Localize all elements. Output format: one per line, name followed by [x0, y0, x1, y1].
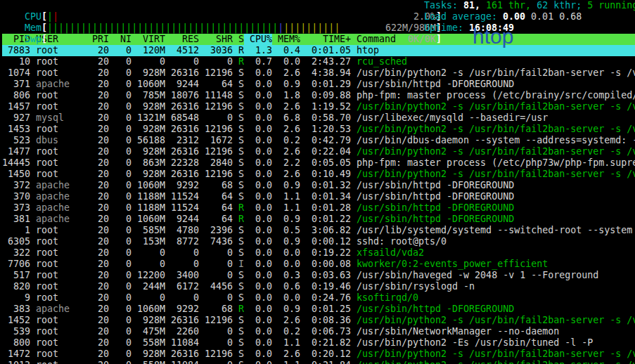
process-row[interactable]: 7883root200120M45123036R1.30.40:01.05hto…: [2, 45, 635, 56]
cell-pri: 20: [86, 304, 109, 315]
cell-res: 9292: [165, 304, 199, 315]
cell-time: 0:19.22: [300, 247, 351, 259]
process-row[interactable]: 517root2001220034000S0.00.30:03.63/usr/s…: [2, 270, 635, 281]
cell-pri: 20: [86, 337, 109, 349]
cell-pri: 20: [86, 236, 109, 247]
cell-res: 11524: [165, 191, 199, 202]
cell-cmd: php-fpm: master process (/etc/brainy/src…: [351, 90, 635, 101]
process-row[interactable]: 14445root200863M223282840S0.02.20:05.05p…: [2, 157, 635, 169]
cell-res: 9244: [165, 79, 199, 90]
process-row[interactable]: 806root200785M1807611148S0.01.80:09.88ph…: [2, 90, 635, 101]
cell-s: S: [233, 292, 244, 304]
cell-pri: 20: [86, 349, 109, 360]
cell-virt: 585M: [132, 225, 165, 236]
process-row[interactable]: 1472root200928M2631612196S0.02.60:20.12/…: [2, 349, 635, 360]
cell-cpu: 0.0: [244, 281, 272, 292]
cell-pri: 20: [86, 101, 109, 112]
cell-pid: 1013: [2, 360, 30, 364]
cell-cmd: /usr/sbin/rsyslogd -n: [351, 281, 635, 292]
cell-ni: 0: [109, 270, 132, 281]
process-row[interactable]: 381apache2001060M924464R0.00.90:01.22/us…: [2, 214, 635, 225]
cell-virt: 0: [132, 247, 165, 259]
cell-mem: 0.3: [272, 270, 300, 281]
cell-pri: 20: [86, 45, 109, 56]
process-row[interactable]: 6305root200153M87727436S0.00.90:00.12ssh…: [2, 236, 635, 247]
process-row[interactable]: 523dbus2005618823121672S0.00.20:42.79/us…: [2, 135, 635, 146]
process-row[interactable]: 1013root200558M110840S0.01.10:21.84/usr/…: [2, 360, 635, 364]
cell-pid: 1472: [2, 349, 30, 360]
watermark-htop: htop: [473, 31, 513, 42]
cell-res: 3400: [165, 270, 199, 281]
cell-pid: 373: [2, 202, 30, 214]
cell-pid: 517: [2, 270, 30, 281]
cell-mem: 0.0: [272, 292, 300, 304]
cell-res: 11524: [165, 202, 199, 214]
cell-ni: 0: [109, 349, 132, 360]
cell-virt: 120M: [132, 45, 165, 56]
process-row[interactable]: 1457root200928M2631612196S0.02.61:19.52/…: [2, 101, 635, 112]
cell-res: 11084: [165, 360, 199, 364]
cell-shr: 12196: [199, 146, 233, 157]
cell-res: 26316: [165, 124, 199, 135]
cell-cpu: 0.0: [244, 157, 272, 169]
cell-s: S: [233, 270, 244, 281]
cell-cmd: /usr/lib/systemd/systemd --switched-root…: [351, 225, 635, 236]
process-row[interactable]: 322root200000S0.00.00:19.22xfsaild/vda2: [2, 247, 635, 259]
cell-user: root: [30, 101, 86, 112]
process-row[interactable]: 539root200475M22600S0.00.20:06.73/usr/sb…: [2, 326, 635, 337]
cell-time: 0:00.12: [300, 236, 351, 247]
process-row[interactable]: 1074root200928M2631612196S0.02.64:38.94/…: [2, 67, 635, 79]
process-row[interactable]: 7706root200000I0.00.00:00.08kworker/0:2-…: [2, 259, 635, 270]
process-row[interactable]: 927mysql2001321M685480S0.06.80:58.70/usr…: [2, 112, 635, 124]
process-row[interactable]: 1453root200928M2631612196S0.02.61:20.53/…: [2, 124, 635, 135]
cell-time: 0:01.05: [300, 45, 351, 56]
cell-s: S: [233, 191, 244, 202]
process-row[interactable]: 1477root200928M2631612196S0.02.60:22.04/…: [2, 146, 635, 157]
cell-user: root: [30, 349, 86, 360]
cell-pid: 1453: [2, 124, 30, 135]
cell-pid: 1450: [2, 169, 30, 180]
process-row[interactable]: 9root200000S0.00.00:24.76ksoftirqd/0: [2, 292, 635, 304]
process-row[interactable]: 370apache2001188M1152464S0.01.10:01.34/u…: [2, 191, 635, 202]
cell-pid: 1: [2, 225, 30, 236]
cell-mem: 1.8: [272, 90, 300, 101]
cell-cpu: 0.0: [244, 225, 272, 236]
cell-cmd: ksoftirqd/0: [351, 292, 635, 304]
cell-user: apache: [30, 180, 86, 191]
cell-pid: 806: [2, 90, 30, 101]
cell-pri: 20: [86, 247, 109, 259]
cell-user: root: [30, 247, 86, 259]
cell-time: 3:06.82: [300, 225, 351, 236]
cell-cpu: 0.0: [244, 236, 272, 247]
process-row[interactable]: 372apache2001060M929268S0.00.90:01.32/us…: [2, 180, 635, 191]
process-row[interactable]: 820root200244M61724456S0.00.60:19.46/usr…: [2, 281, 635, 292]
cell-shr: 0: [199, 337, 233, 349]
process-row[interactable]: 1450root200928M2631612196S0.02.60:10.49/…: [2, 169, 635, 180]
process-row[interactable]: 1452root200928M2631612196S0.02.60:08.36/…: [2, 315, 635, 326]
cell-res: 9244: [165, 214, 199, 225]
cell-mem: 0.0: [272, 56, 300, 67]
process-row[interactable]: 371apache2001060M924464S0.00.90:01.29/us…: [2, 79, 635, 90]
cell-cpu: 0.0: [244, 360, 272, 364]
process-row[interactable]: 1root200585M47802396S0.00.53:06.82/usr/l…: [2, 225, 635, 236]
process-row[interactable]: 800root200558M110840S0.01.10:21.82/usr/b…: [2, 337, 635, 349]
cell-mem: 2.6: [272, 146, 300, 157]
cell-ni: 0: [109, 225, 132, 236]
cell-s: S: [233, 135, 244, 146]
cell-pri: 20: [86, 180, 109, 191]
cell-s: R: [233, 56, 244, 67]
process-row[interactable]: 383apache2001060M929268R0.00.90:01.25/us…: [2, 304, 635, 315]
cell-cpu: 0.0: [244, 90, 272, 101]
cell-s: R: [233, 202, 244, 214]
process-row[interactable]: 10root200000R0.70.02:43.27rcu_sched: [2, 56, 635, 67]
cell-shr: 2840: [199, 157, 233, 169]
cell-time: 0:09.88: [300, 90, 351, 101]
process-row[interactable]: 373apache2001188M1152464R0.01.10:01.28/u…: [2, 202, 635, 214]
cell-time: 0:24.76: [300, 292, 351, 304]
cell-shr: 12196: [199, 101, 233, 112]
cell-virt: 928M: [132, 169, 165, 180]
cell-cpu: 1.3: [244, 45, 272, 56]
cell-cpu: 0.0: [244, 101, 272, 112]
cell-mem: 0.4: [272, 45, 300, 56]
cell-time: 0:03.63: [300, 270, 351, 281]
